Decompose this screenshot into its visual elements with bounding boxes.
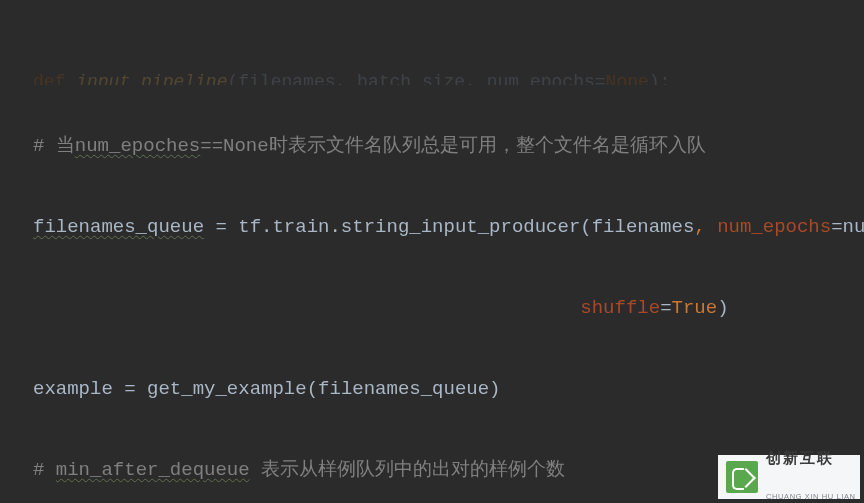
function-name: input_pipeline xyxy=(76,73,227,85)
kwarg: shuffle xyxy=(580,297,660,319)
typo: num_epoches xyxy=(75,135,200,157)
typo: min_after_dequeue xyxy=(56,459,250,481)
kwarg: num_epochs xyxy=(717,216,831,238)
keyword-def: def xyxy=(33,73,76,85)
variable: filenames_queue xyxy=(33,216,204,238)
code-line: shuffle=True) xyxy=(33,288,864,329)
code-line: example = get_my_example(filenames_queue… xyxy=(33,369,864,410)
code-line: def input_pipeline(filenames, batch_size… xyxy=(33,73,864,85)
watermark-en: CHUANG XIN HU LIAN xyxy=(766,490,856,503)
comment-line: # 当num_epoches==None时表示文件名队列总是可用，整个文件名是循… xyxy=(33,126,864,167)
builtin-true: True xyxy=(672,297,718,319)
comment-line: # min_after_dequeue 表示从样例队列中的出对的样例个数 xyxy=(33,450,864,491)
code-line: filenames_queue = tf.train.string_input_… xyxy=(33,207,864,248)
variable: example xyxy=(33,378,113,400)
code-editor[interactable]: def input_pipeline(filenames, batch_size… xyxy=(0,0,864,503)
